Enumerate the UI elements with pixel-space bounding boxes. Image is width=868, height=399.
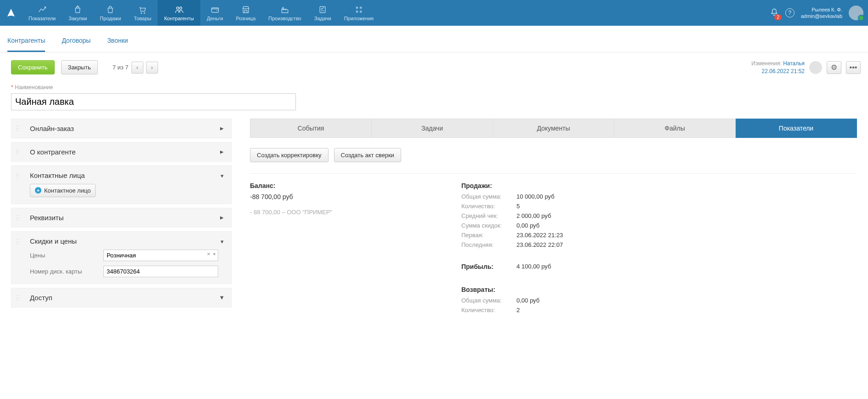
nav-counterparties[interactable]: Контрагенты [158,0,200,26]
section-about[interactable]: :::: О контрагенте ▸ [11,142,232,162]
left-column: :::: Онлайн-заказ ▸ :::: О контрагенте ▸… [11,119,232,311]
nav-money[interactable]: Деньги [200,0,230,26]
section-access[interactable]: :::: Доступ ▾ [11,288,232,308]
nav-label: Продажи [100,16,121,21]
meta-date-link[interactable]: 22.06.2022 21:52 [762,68,805,74]
gear-icon: ⚙ [831,63,837,72]
stat-label: Последняя: [461,241,516,248]
balance-detail: - 88 700,00 – ООО "ПРИМЕР" [250,209,425,216]
drag-handle-icon[interactable]: :::: [16,126,20,131]
nav-label: Показатели [28,16,56,21]
create-reconciliation-button[interactable]: Создать акт сверки [334,148,401,162]
nav-sales[interactable]: Продажи [93,0,127,26]
section-title[interactable]: Скидки и цены [30,237,225,245]
avatar[interactable] [849,6,863,20]
user-name: Рылеев К. Ф. [801,6,842,13]
title-input[interactable] [11,93,296,110]
section-title[interactable]: Контактные лица [30,171,225,179]
nav-tasks[interactable]: Задачи [308,0,338,26]
chevron-right-icon: ▸ [220,213,224,222]
stat-value: 2 [516,307,520,314]
settings-button[interactable]: ⚙ [827,61,841,74]
drag-handle-icon[interactable]: :::: [16,215,20,220]
logo-icon[interactable] [0,0,22,26]
close-button[interactable]: Закрыть [61,60,98,74]
subtab-counterparties[interactable]: Контрагенты [7,34,45,52]
user-login: admin@sevkavlab [801,13,842,19]
subtab-calls[interactable]: Звонки [107,34,128,52]
svg-point-0 [176,7,179,9]
tab-files[interactable]: Файлы [614,119,736,138]
pager-prev[interactable]: ‹ [131,62,143,74]
stat-value: 0,00 руб [516,297,539,304]
stat-label: Количество: [461,307,516,314]
chevron-right-icon: ▸ [220,148,224,156]
nav-apps[interactable]: Приложения [338,0,380,26]
stat-value: 5 [516,203,520,210]
nav-label: Деньги [207,16,223,21]
section-title: О контрагенте [30,148,76,156]
returns-title: Возвраты: [461,286,636,293]
section-online-order[interactable]: :::: Онлайн-заказ ▸ [11,119,232,138]
meta-user-link[interactable]: Наталья [783,60,805,67]
stat-value: 23.06.2022 22:07 [516,241,563,248]
status-dot-icon [858,15,864,21]
tab-documents[interactable]: Документы [493,119,614,138]
section-discounts: :::: ▾ Скидки и цены Цены ✕ ▾ Номер диск… [11,231,232,284]
help-button[interactable]: ? [785,8,794,17]
subtab-contracts[interactable]: Договоры [62,34,91,52]
svg-point-6 [356,11,357,12]
tab-tasks[interactable]: Задачи [372,119,493,138]
svg-point-4 [356,7,357,8]
pager-next[interactable]: › [146,62,158,74]
svg-rect-2 [211,7,218,12]
svg-point-7 [360,11,361,12]
more-button[interactable]: ••• [846,61,861,74]
card-input[interactable] [103,266,218,277]
tab-events[interactable]: События [250,119,372,138]
add-contact-button[interactable]: + Контактное лицо [30,184,96,197]
title-area: * Наименование [0,80,868,119]
store-icon [241,5,250,14]
drag-handle-icon[interactable]: :::: [16,173,20,178]
balance-column: Баланс: -88 700,00 руб - 88 700,00 – ООО… [250,182,425,316]
drag-handle-icon[interactable]: :::: [16,295,20,300]
nav-production[interactable]: Производство [262,0,308,26]
create-correction-button[interactable]: Создать корректировку [250,148,329,162]
stat-label: Общая сумма: [461,297,516,304]
checklist-icon [318,5,327,14]
profit-value: 4 100,00 руб [516,263,551,274]
notifications-button[interactable]: 2 [770,8,779,18]
prices-select[interactable] [103,250,218,261]
chevron-down-icon[interactable]: ▾ [221,172,224,179]
drag-handle-icon[interactable]: :::: [16,149,20,154]
stat-value: 0,00 руб [516,222,539,229]
section-title: Онлайн-заказ [30,125,74,132]
users-icon [175,5,184,14]
save-button[interactable]: Сохранить [11,60,55,74]
action-bar: Сохранить Закрыть 7 из 7 ‹ › Изменения: … [0,52,868,80]
section-requisites[interactable]: :::: Реквизиты ▸ [11,208,232,228]
stat-label: Сумма скидок: [461,222,516,229]
select-clear-icon[interactable]: ✕ ▾ [207,251,216,256]
tab-indicators[interactable]: Показатели [736,119,857,138]
add-contact-label: Контактное лицо [44,187,91,194]
nav-retail[interactable]: Розница [229,0,262,26]
nav-indicators[interactable]: Показатели [22,0,62,26]
nav-label: Закупки [68,16,87,21]
dots-icon: ••• [850,63,857,72]
chevron-right-icon: ▸ [220,124,224,132]
sales-title: Продажи: [461,182,636,189]
right-tabs: События Задачи Документы Файлы Показател… [250,119,857,138]
stat-value: 23.06.2022 21:23 [516,232,563,239]
nav-purchases[interactable]: Закупки [62,0,93,26]
pager: 7 из 7 ‹ › [113,62,158,74]
section-title: Доступ [30,294,52,302]
stat-label: Средний чек: [461,212,516,219]
chevron-down-icon[interactable]: ▾ [221,238,224,245]
svg-rect-3 [320,6,325,12]
drag-handle-icon[interactable]: :::: [16,239,20,244]
nav-goods[interactable]: Товары [127,0,158,26]
nav-label: Контрагенты [164,16,194,21]
user-info[interactable]: Рылеев К. Ф. admin@sevkavlab [801,6,842,20]
